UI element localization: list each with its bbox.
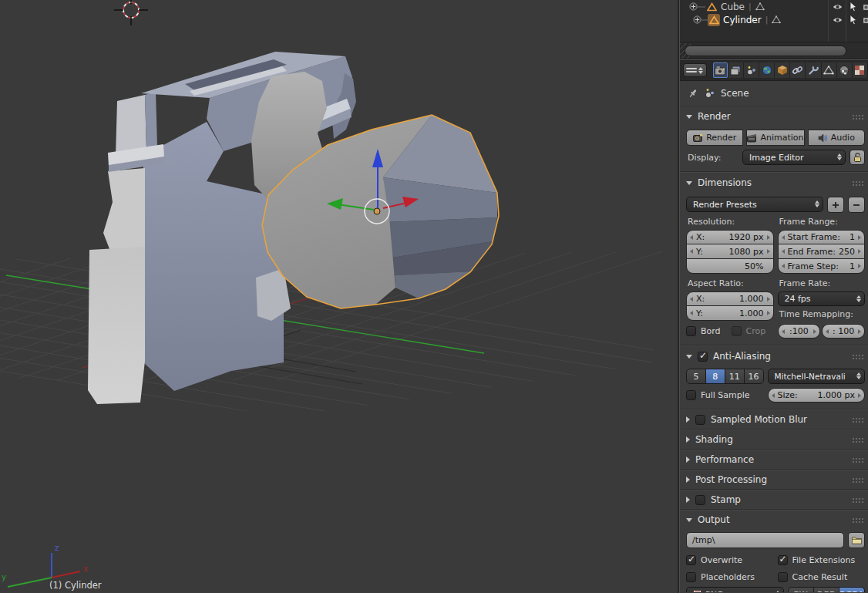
panel-grip[interactable] (852, 497, 863, 503)
aa-size-field[interactable]: Size:1.000 px (768, 388, 866, 403)
audio-button[interactable]: Audio (808, 130, 865, 146)
panel-header-post-processing[interactable]: Post Processing (680, 470, 868, 489)
border-checkbox[interactable] (686, 326, 696, 336)
cache-result-checkbox[interactable] (778, 572, 788, 582)
aa-filter-dropdown[interactable]: Mitchell-Netravali (768, 369, 866, 384)
selectability-cursor-icon[interactable] (849, 2, 858, 12)
frame-step-field[interactable]: Frame Step:1 (778, 259, 866, 274)
aspect-x-field[interactable]: X:1.000 (686, 291, 774, 306)
aa-samples-5[interactable]: 5 (686, 369, 706, 384)
3d-cursor (114, 0, 148, 25)
tab-render-layers[interactable] (728, 62, 744, 78)
resolution-percentage-slider[interactable]: 50% (686, 259, 774, 274)
time-remap-new-field[interactable]: : 100 (822, 324, 865, 339)
placeholders-checkbox[interactable] (686, 572, 696, 582)
editor-type-selector[interactable] (683, 63, 707, 77)
selectability-cursor-icon[interactable] (849, 15, 858, 25)
resolution-label: Resolution: (686, 217, 774, 227)
aa-samples-11[interactable]: 11 (725, 369, 745, 384)
clapperboard-icon (747, 133, 757, 143)
panel-header-sampled-motion-blur[interactable]: Sampled Motion Blur (680, 410, 868, 429)
visibility-eye-icon[interactable] (832, 15, 843, 25)
outliner-item-label[interactable]: Cylinder (723, 15, 762, 25)
renderability-camera-icon[interactable] (863, 15, 868, 25)
end-frame-field[interactable]: End Frame:250 (778, 244, 866, 259)
anti-aliasing-checkbox[interactable] (698, 352, 708, 362)
tab-object[interactable] (775, 62, 790, 78)
tree-branch (698, 4, 705, 10)
aa-samples-16[interactable]: 16 (744, 369, 764, 384)
panel-header-dimensions[interactable]: Dimensions (680, 173, 868, 193)
channels-rgba-button[interactable]: RGBA (839, 587, 865, 592)
tab-render[interactable] (713, 62, 728, 78)
tree-branch (701, 17, 708, 23)
render-camera-icon (693, 133, 703, 142)
panel-grip[interactable] (852, 517, 863, 523)
aspect-ratio-label: Aspect Ratio: (686, 278, 774, 289)
frame-rate-dropdown[interactable]: 24 fps (778, 291, 866, 306)
mini-axis-x-label: x (83, 564, 88, 573)
folder-browse-icon[interactable] (848, 532, 865, 548)
overwrite-checkbox[interactable] (686, 555, 696, 565)
gizmo-center (374, 208, 380, 214)
tab-material[interactable] (837, 62, 853, 78)
renderability-camera-icon[interactable] (863, 2, 868, 12)
crop-checkbox[interactable] (732, 326, 742, 336)
channels-bw-button[interactable]: BW (788, 587, 814, 592)
panel-title: Sampled Motion Blur (711, 414, 807, 425)
panel-expand-icon (686, 355, 692, 359)
breadcrumb-label[interactable]: Scene (721, 88, 749, 99)
panel-grip[interactable] (852, 180, 863, 186)
outliner-item-cube[interactable]: Cube | (680, 0, 868, 13)
tab-world[interactable] (759, 62, 775, 78)
tab-modifiers[interactable] (806, 62, 821, 78)
expand-icon[interactable] (693, 15, 701, 24)
panel-grip[interactable] (852, 114, 863, 120)
display-dropdown[interactable]: Image Editor (742, 150, 846, 165)
panel-grip[interactable] (852, 477, 863, 483)
outliner-scrollbar[interactable] (685, 45, 846, 56)
render-button[interactable]: Render (686, 130, 743, 146)
sampled-motion-blur-checkbox[interactable] (695, 415, 705, 425)
lock-icon[interactable] (849, 150, 865, 165)
visibility-eye-icon[interactable] (832, 2, 843, 12)
panel-header-output[interactable]: Output (680, 510, 868, 529)
file-format-dropdown[interactable]: PNG (686, 587, 784, 592)
panel-header-performance[interactable]: Performance (680, 450, 868, 469)
aa-samples-8[interactable]: 8 (705, 369, 725, 384)
render-presets-dropdown[interactable]: Render Presets (686, 197, 823, 212)
panel-title: Output (698, 514, 730, 525)
panel-grip[interactable] (852, 457, 863, 463)
remove-preset-button[interactable] (848, 197, 865, 213)
image-file-icon (693, 590, 701, 592)
animation-button[interactable]: Animation (746, 130, 804, 146)
panel-header-render[interactable]: Render (680, 106, 868, 126)
panel-header-stamp[interactable]: Stamp (680, 490, 868, 509)
channels-rgb-button[interactable]: RGB (813, 587, 839, 592)
aspect-y-field[interactable]: Y:1.000 (686, 306, 774, 321)
start-frame-field[interactable]: Start Frame:1 (778, 230, 866, 244)
panel-grip[interactable] (852, 354, 863, 359)
add-preset-button[interactable] (827, 197, 844, 213)
tab-scene[interactable] (744, 62, 759, 78)
panel-grip[interactable] (852, 417, 863, 423)
outliner-item-label[interactable]: Cube (721, 2, 745, 12)
time-remap-old-field[interactable]: :100 (778, 324, 821, 339)
tab-object-data[interactable] (822, 62, 837, 78)
full-sample-checkbox[interactable] (686, 390, 696, 400)
output-path-field[interactable]: /tmp\ (686, 532, 844, 548)
tab-constraints[interactable] (790, 62, 806, 78)
resolution-y-field[interactable]: Y:1080 px (686, 244, 774, 259)
expand-icon[interactable] (689, 2, 698, 11)
tab-texture[interactable] (853, 62, 868, 78)
panel-header-shading[interactable]: Shading (680, 430, 868, 449)
panel-grip[interactable] (852, 437, 863, 443)
3d-viewport[interactable]: z y x (1) Cylinder (0, 0, 678, 593)
file-extensions-checkbox[interactable] (778, 555, 788, 565)
panel-header-anti-aliasing[interactable]: Anti-Aliasing (680, 346, 868, 366)
stamp-checkbox[interactable] (695, 495, 705, 505)
resolution-x-field[interactable]: X:1920 px (686, 230, 774, 244)
blender-window: z y x (1) Cylinder Cube | (0, 0, 868, 593)
pin-icon[interactable] (688, 88, 698, 99)
outliner-item-cylinder[interactable]: Cylinder | (680, 13, 868, 26)
